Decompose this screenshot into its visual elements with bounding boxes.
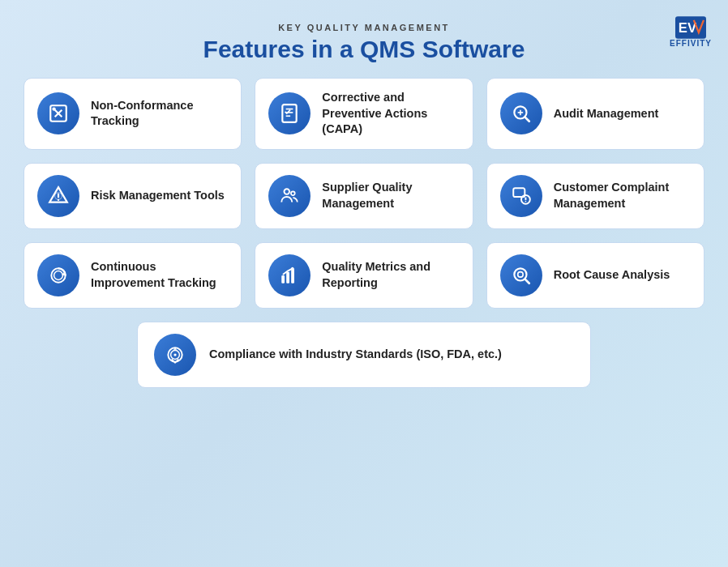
complaint-icon: [500, 175, 542, 217]
risk-icon: [37, 175, 79, 217]
svg-line-11: [525, 117, 529, 122]
risk-label: Risk Management Tools: [91, 188, 225, 204]
svg-rect-6: [283, 105, 297, 123]
svg-point-22: [525, 200, 526, 202]
card-improvement: Continuous Improvement Tracking: [24, 242, 242, 309]
svg-point-24: [54, 271, 63, 279]
svg-rect-25: [282, 275, 285, 284]
svg-rect-26: [287, 271, 290, 283]
logo: EV EFFIVITY: [670, 16, 712, 48]
supplier-label: Supplier Quality Management: [322, 180, 459, 211]
svg-point-28: [291, 266, 293, 269]
card-metrics: Quality Metrics and Reporting: [255, 242, 473, 309]
card-compliance: Compliance with Industry Standards (ISO,…: [137, 322, 591, 388]
supplier-icon: [268, 175, 310, 217]
root-cause-icon: [500, 254, 542, 296]
svg-point-34: [173, 353, 176, 356]
card-complaint: Customer Complaint Management: [486, 163, 704, 229]
card-audit: Audit Management: [486, 78, 704, 150]
compliance-label: Compliance with Industry Standards (ISO,…: [209, 347, 502, 363]
improvement-label: Continuous Improvement Tracking: [91, 259, 228, 291]
header-subtitle: KEY QUALITY MANAGEMENT: [203, 23, 525, 32]
metrics-icon: [268, 254, 310, 296]
metrics-label: Quality Metrics and Reporting: [322, 259, 459, 291]
audit-icon: [500, 92, 542, 134]
card-non-conformance: Non-Conformance Tracking: [24, 78, 242, 150]
capa-label: Corrective and Preventive Actions (CAPA): [322, 90, 459, 138]
card-root-cause: Root Cause Analysis: [486, 242, 704, 309]
compliance-icon: [154, 334, 196, 376]
svg-point-5: [52, 108, 55, 111]
audit-label: Audit Management: [554, 106, 659, 122]
svg-line-31: [525, 279, 529, 284]
complaint-label: Customer Complaint Management: [554, 180, 691, 211]
card-risk: Risk Management Tools: [24, 163, 242, 229]
bottom-row: Compliance with Industry Standards (ISO,…: [24, 322, 704, 388]
non-conformance-icon: [37, 92, 79, 134]
logo-text: EFFIVITY: [670, 39, 712, 48]
non-conformance-label: Non-Conformance Tracking: [91, 98, 228, 130]
svg-point-30: [517, 271, 523, 277]
root-cause-label: Root Cause Analysis: [554, 267, 670, 284]
improvement-icon: [37, 254, 79, 296]
svg-point-18: [291, 191, 295, 195]
header-title: Features in a QMS Software: [203, 36, 525, 63]
card-supplier: Supplier Quality Management: [255, 163, 473, 229]
features-grid: Non-Conformance Tracking Corrective and …: [24, 78, 704, 309]
svg-point-17: [285, 189, 290, 194]
card-capa: Corrective and Preventive Actions (CAPA): [255, 78, 473, 150]
capa-icon: [268, 92, 310, 134]
svg-rect-27: [291, 268, 294, 283]
header: KEY QUALITY MANAGEMENT Features in a QMS…: [203, 23, 525, 63]
